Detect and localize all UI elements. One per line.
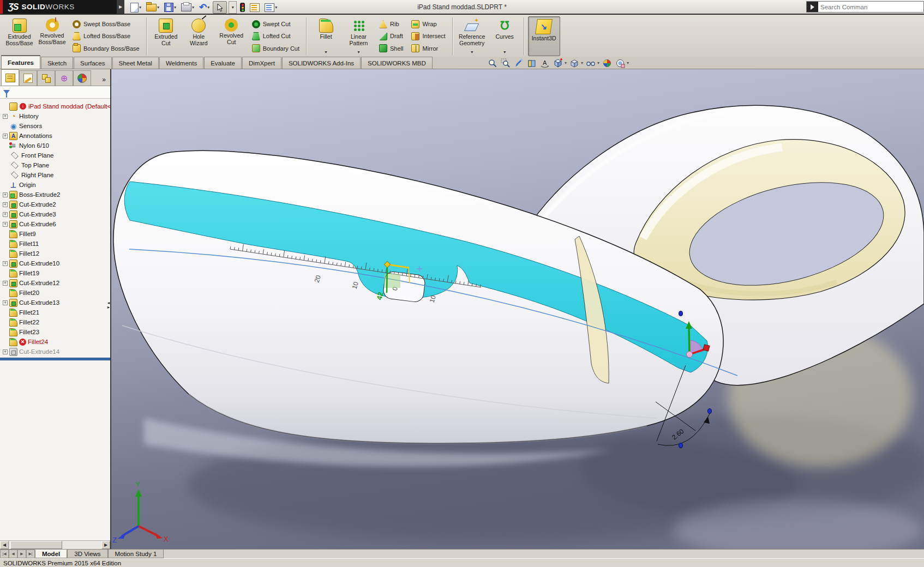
- new-document-button[interactable]: ▾: [129, 2, 143, 13]
- tree-item[interactable]: Boss-Extrude2: [0, 190, 110, 200]
- tree-item[interactable]: Origin: [0, 180, 110, 190]
- command-tab[interactable]: Surfaces: [74, 57, 111, 69]
- tab-scroll-button[interactable]: ▶: [17, 550, 26, 558]
- command-tab[interactable]: SOLIDWORKS MBD: [361, 57, 433, 69]
- hole-wizard-button[interactable]: HoleWizard: [183, 16, 214, 56]
- document-tab[interactable]: Motion Study 1: [108, 550, 164, 558]
- ribbon-small-button[interactable]: Swept Cut: [250, 19, 302, 29]
- tree-item[interactable]: Cut-Extrude13: [0, 298, 110, 307]
- command-tab[interactable]: SOLIDWORKS Add-Ins: [282, 57, 361, 69]
- rollback-bar[interactable]: [0, 358, 110, 360]
- 3d-drawing-view-button[interactable]: A: [539, 58, 550, 68]
- command-tab[interactable]: DimXpert: [242, 57, 281, 69]
- tree-item[interactable]: Fillet19: [0, 268, 110, 278]
- ribbon-small-button[interactable]: Boundary Boss/Base: [70, 43, 142, 54]
- ribbon-small-button[interactable]: Shell: [377, 43, 405, 54]
- 3d-viewport[interactable]: 20 10 0 10 42: [111, 69, 924, 549]
- tree-item[interactable]: Fillet24: [0, 337, 110, 347]
- expand-toggle-icon[interactable]: [3, 192, 8, 197]
- panel-overflow-chevron[interactable]: »: [102, 76, 109, 86]
- tree-item[interactable]: History: [0, 111, 110, 121]
- tree-item[interactable]: Fillet23: [0, 327, 110, 337]
- ribbon-small-button[interactable]: Swept Boss/Base: [70, 19, 142, 29]
- expand-toggle-icon[interactable]: [3, 212, 8, 217]
- ribbon-small-button[interactable]: Rib: [377, 19, 405, 29]
- curves-button[interactable]: ℧ Curves ▾: [489, 16, 520, 56]
- view-orientation-button[interactable]: [553, 58, 563, 68]
- tab-configurationmanager[interactable]: [37, 70, 55, 86]
- revolved-cut-button[interactable]: RevolvedCut: [216, 16, 247, 56]
- select-tool-dropdown[interactable]: ▾: [229, 1, 237, 14]
- rebuild-button[interactable]: [238, 2, 247, 13]
- command-tab[interactable]: Features: [1, 55, 40, 69]
- tree-item[interactable]: Cut-Extrude10: [0, 258, 110, 268]
- sketch-point[interactable]: [708, 409, 712, 414]
- expand-toggle-icon[interactable]: [3, 202, 8, 207]
- expand-toggle-icon[interactable]: [3, 281, 8, 286]
- tree-item[interactable]: Nylon 6/10: [0, 141, 110, 150]
- previous-view-button[interactable]: [513, 58, 524, 68]
- panel-splitter-grip[interactable]: [106, 297, 111, 313]
- command-tab[interactable]: Weldments: [159, 57, 203, 69]
- zoom-to-area-button[interactable]: [500, 58, 511, 68]
- tree-item[interactable]: Annotations: [0, 131, 110, 141]
- tree-item[interactable]: Fillet9: [0, 229, 110, 239]
- tab-scroll-button[interactable]: ▶|: [26, 550, 35, 558]
- expand-toggle-icon[interactable]: [3, 261, 8, 266]
- file-properties-button[interactable]: [248, 2, 261, 13]
- print-button[interactable]: ▾: [179, 2, 196, 13]
- tree-item[interactable]: Fillet21: [0, 307, 110, 317]
- expand-toggle-icon[interactable]: [3, 300, 8, 305]
- expand-toggle-icon[interactable]: [3, 114, 8, 119]
- tab-propertymanager[interactable]: [19, 70, 37, 86]
- ribbon-small-button[interactable]: Boundary Cut: [250, 43, 302, 54]
- linear-pattern-button[interactable]: LinearPattern ▾: [343, 16, 374, 56]
- tab-scroll-button[interactable]: ◀: [9, 550, 17, 558]
- extruded-cut-button[interactable]: ExtrudedCut: [151, 16, 182, 56]
- command-tab[interactable]: Sketch: [41, 57, 73, 69]
- ribbon-small-button[interactable]: Lofted Boss/Base: [70, 31, 142, 41]
- tree-item[interactable]: iPad Stand moddad (Default<: [0, 101, 110, 111]
- tree-item[interactable]: Fillet12: [0, 249, 110, 258]
- tree-item[interactable]: Cut-Extrude14: [0, 347, 110, 357]
- ribbon-small-button[interactable]: Wrap: [409, 19, 447, 29]
- tree-item[interactable]: Cut-Extrude2: [0, 200, 110, 209]
- tree-item[interactable]: Cut-Extrude3: [0, 209, 110, 219]
- tab-scroll-button[interactable]: |◀: [0, 550, 9, 558]
- revolved-boss-base-button[interactable]: RevolvedBoss/Base: [37, 16, 68, 56]
- search-input[interactable]: [819, 3, 923, 11]
- command-tab[interactable]: Evaluate: [204, 57, 242, 69]
- tree-item[interactable]: Cut-Extrude6: [0, 219, 110, 229]
- expand-toggle-icon[interactable]: [3, 222, 8, 227]
- tree-item[interactable]: Sensors: [0, 121, 110, 131]
- tab-displaymanager[interactable]: [73, 70, 91, 86]
- zoom-to-fit-button[interactable]: [487, 58, 498, 68]
- tree-item[interactable]: Fillet11: [0, 239, 110, 249]
- extruded-boss-base-button[interactable]: ExtrudedBoss/Base: [4, 16, 35, 56]
- document-tab[interactable]: 3D Views: [67, 550, 107, 558]
- scroll-thumb[interactable]: [10, 541, 62, 549]
- tab-dimxpertmanager[interactable]: [55, 70, 73, 86]
- menu-flyout-arrow[interactable]: ▶: [117, 0, 124, 14]
- tree-filter-bar[interactable]: [0, 86, 110, 99]
- open-button[interactable]: ▾: [145, 2, 161, 13]
- hide-show-items-dropdown[interactable]: ▾: [597, 61, 599, 65]
- ribbon-small-button[interactable]: Intersect: [409, 31, 447, 41]
- tree-item[interactable]: Top Plane: [0, 160, 110, 170]
- tree-item[interactable]: Front Plane: [0, 150, 110, 160]
- hide-show-items-button[interactable]: [585, 58, 596, 68]
- apply-scene-button[interactable]: [615, 58, 626, 68]
- view-orientation-dropdown[interactable]: ▾: [565, 61, 567, 65]
- save-button[interactable]: ▾: [163, 2, 178, 13]
- tree-item[interactable]: Cut-Extrude12: [0, 278, 110, 288]
- expand-toggle-icon[interactable]: [3, 349, 8, 354]
- fillet-button[interactable]: Fillet ▾: [310, 16, 341, 56]
- sketch-point[interactable]: [679, 443, 683, 448]
- display-style-button[interactable]: [569, 58, 580, 68]
- y-axis-handle[interactable]: [689, 327, 689, 354]
- tree-item[interactable]: Fillet20: [0, 288, 110, 298]
- ribbon-small-button[interactable]: Mirror: [409, 43, 447, 54]
- ribbon-small-button[interactable]: Lofted Cut: [250, 31, 302, 41]
- ribbon-small-button[interactable]: Draft: [377, 31, 405, 41]
- undo-button[interactable]: ↶▾: [197, 2, 211, 13]
